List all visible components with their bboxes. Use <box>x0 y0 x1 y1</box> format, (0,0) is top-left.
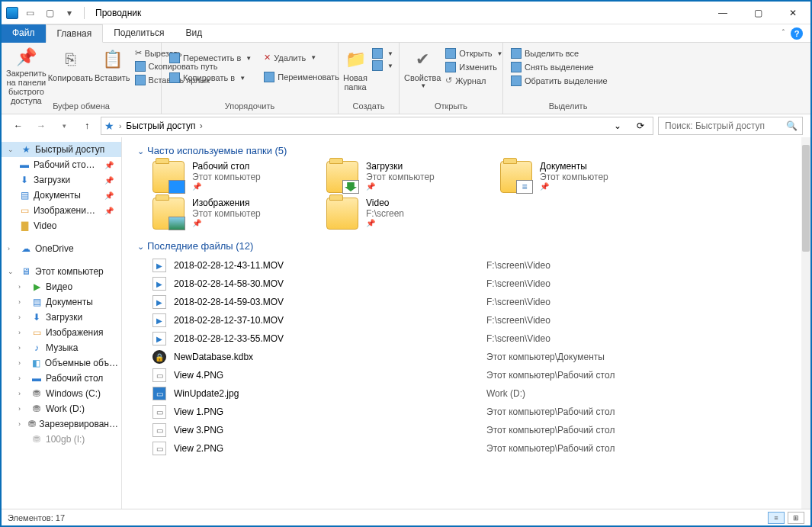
tab-file[interactable]: Файл <box>2 24 46 43</box>
paste-button[interactable]: 📋 Вставить <box>95 44 130 100</box>
file-row[interactable]: ▭ WinUpdate2.jpg Work (D:) <box>152 384 794 403</box>
file-row[interactable]: ▶ 2018-02-28-12-37-10.MOV F:\screen\Vide… <box>152 311 794 329</box>
search-icon[interactable]: 🔍 <box>786 121 798 131</box>
tree-pictures2[interactable]: ›▭Изображения <box>2 325 121 340</box>
file-row[interactable]: ▶ 2018-02-28-12-33-55.MOV F:\screen\Vide… <box>152 329 794 348</box>
ribbon-collapse-icon[interactable]: ˆ <box>782 29 785 37</box>
view-details-button[interactable]: ≡ <box>768 512 785 524</box>
file-name: 2018-02-28-12-43-11.MOV <box>174 260 479 271</box>
folder-overlay-icon <box>342 180 359 194</box>
file-row[interactable]: ▶ 2018-02-28-12-43-11.MOV F:\screen\Vide… <box>152 256 794 275</box>
folder-name: Изображения <box>192 198 261 208</box>
group-folders-header[interactable]: ⌄Часто используемые папки (5) <box>137 142 794 161</box>
invert-selection-button[interactable]: Обратить выделение <box>508 75 611 87</box>
desktop-icon: ▬ <box>30 372 43 384</box>
new-folder-button[interactable]: 📁 Новая папка <box>343 44 367 100</box>
folder-overlay-icon <box>516 180 533 194</box>
help-icon[interactable]: ? <box>791 27 803 40</box>
qa-dropdown-icon[interactable]: ▾ <box>61 5 78 21</box>
select-none-button[interactable]: Снять выделение <box>508 61 611 73</box>
forward-button[interactable]: → <box>32 117 50 135</box>
tree-downloads2[interactable]: ›⬇Загрузки <box>2 310 121 325</box>
delete-button[interactable]: ✕Удалить▼ <box>261 52 342 63</box>
folder-icon <box>500 161 532 193</box>
file-name: NewDatabase.kdbx <box>174 352 479 362</box>
tree-pictures[interactable]: ▭Изображени…📌 <box>2 203 121 218</box>
file-row[interactable]: ▶ 2018-02-28-14-58-30.MOV F:\screen\Vide… <box>152 275 794 293</box>
address-box[interactable]: ★ › Быстрый доступ ⌄ ⟳ <box>101 117 653 135</box>
group-files-header[interactable]: ⌄Последние файлы (12) <box>137 237 794 256</box>
view-icons-button[interactable]: ⊞ <box>788 512 804 524</box>
star-icon: ★ <box>20 143 32 156</box>
tab-home[interactable]: Главная <box>46 24 104 43</box>
file-path: F:\screen\Video <box>486 278 550 289</box>
minimize-button[interactable]: — <box>705 2 740 24</box>
tree-this-pc[interactable]: ⌄🖥Этот компьютер <box>2 264 121 279</box>
back-button[interactable]: ← <box>9 117 27 135</box>
tree-music[interactable]: ›♪Музыка <box>2 340 121 355</box>
invert-selection-icon <box>511 76 522 86</box>
tree-video[interactable]: ▇Video <box>2 218 121 233</box>
folder-item[interactable]: Рабочий стол Этот компьютер 📌 <box>152 161 305 193</box>
tree-drive-d[interactable]: ›⛃Work (D:) <box>2 401 121 416</box>
rename-button[interactable]: Переименовать <box>261 71 342 83</box>
pin-quick-access-button[interactable]: 📌 Закрепить на панели быстрого доступа <box>6 44 47 100</box>
qa-new-folder-icon[interactable]: ▭ <box>21 5 38 21</box>
tree-videos[interactable]: ›▶Видео <box>2 279 121 294</box>
tree-3d[interactable]: ›◧Объемные объ… <box>2 355 121 371</box>
copy-button[interactable]: ⎘ Копировать <box>48 44 93 100</box>
file-row[interactable]: ▭ View 3.PNG Этот компьютер\Рабочий стол <box>152 421 794 439</box>
folder-item[interactable]: Документы Этот компьютер 📌 <box>500 161 653 193</box>
tree-quick-access[interactable]: ⌄★Быстрый доступ <box>2 142 121 157</box>
tree-documents[interactable]: ▤Документы📌 <box>2 188 121 203</box>
tree-desktop2[interactable]: ›▬Рабочий стол <box>2 371 121 386</box>
folder-item[interactable]: Изображения Этот компьютер 📌 <box>152 198 305 230</box>
move-to-button[interactable]: Переместить в▼ <box>166 52 255 64</box>
file-icon: ▶ <box>152 332 166 345</box>
file-row[interactable]: ▭ View 4.PNG Этот компьютер\Рабочий стол <box>152 366 794 384</box>
history-button[interactable]: ↺Журнал <box>442 75 505 86</box>
tree-documents2[interactable]: ›▤Документы <box>2 294 121 310</box>
copy-to-button[interactable]: Копировать в▼ <box>166 72 255 84</box>
tree-desktop[interactable]: ▬Рабочий сто…📌 <box>2 157 121 172</box>
folder-location: Этот компьютер <box>366 172 435 182</box>
file-name: WinUpdate2.jpg <box>174 388 479 399</box>
tab-view[interactable]: Вид <box>175 24 213 43</box>
nav-tree[interactable]: ⌄★Быстрый доступ ▬Рабочий сто…📌 ⬇Загрузк… <box>2 137 122 509</box>
close-button[interactable]: ✕ <box>775 2 810 24</box>
folder-location: Этот компьютер <box>192 172 261 182</box>
tree-onedrive[interactable]: ›☁OneDrive <box>2 241 121 256</box>
file-row[interactable]: ▭ View 2.PNG Этот компьютер\Рабочий стол <box>152 439 794 458</box>
new-item-button[interactable]: ▼ <box>369 47 396 59</box>
breadcrumb-arrow-icon[interactable]: › <box>119 122 121 130</box>
scrollbar-thumb[interactable] <box>802 145 810 252</box>
file-row[interactable]: ▶ 2018-02-28-14-59-03.MOV F:\screen\Vide… <box>152 293 794 311</box>
file-row[interactable]: 🔒 NewDatabase.kdbx Этот компьютер\Докуме… <box>152 348 794 366</box>
search-box[interactable]: 🔍 <box>658 117 803 135</box>
edit-icon <box>445 62 456 72</box>
open-button[interactable]: Открыть▼ <box>442 47 505 59</box>
edit-button[interactable]: Изменить <box>442 61 505 73</box>
maximize-button[interactable]: ▢ <box>740 2 775 24</box>
vertical-scrollbar[interactable] <box>801 137 810 509</box>
address-dropdown-icon[interactable]: ⌄ <box>608 121 627 131</box>
search-input[interactable] <box>663 120 786 132</box>
tree-downloads[interactable]: ⬇Загрузки📌 <box>2 172 121 188</box>
folder-item[interactable]: Video F:\screen 📌 <box>326 198 479 230</box>
tab-share[interactable]: Поделиться <box>103 24 175 43</box>
up-button[interactable]: ↑ <box>78 117 96 135</box>
file-name: 2018-02-28-12-37-10.MOV <box>174 315 479 326</box>
qa-properties-icon[interactable]: ▢ <box>41 5 58 21</box>
file-row[interactable]: ▭ View 1.PNG Этот компьютер\Рабочий стол <box>152 403 794 421</box>
recent-button[interactable]: ▾ <box>55 117 73 135</box>
breadcrumb[interactable]: Быстрый доступ <box>126 121 202 131</box>
tree-drive-100gb[interactable]: ⛃100gb (I:) <box>2 432 121 447</box>
rename-icon <box>264 72 274 82</box>
tree-drive-backup[interactable]: ›⛃Зарезервирован… <box>2 416 121 432</box>
tree-drive-c[interactable]: ›⛃Windows (C:) <box>2 386 121 401</box>
select-all-button[interactable]: Выделить все <box>508 47 611 59</box>
easy-access-button[interactable]: ▼ <box>369 59 396 72</box>
folder-item[interactable]: Загрузки Этот компьютер 📌 <box>326 161 479 193</box>
refresh-button[interactable]: ⟳ <box>631 121 650 131</box>
properties-button[interactable]: ✔ Свойства▼ <box>404 44 441 100</box>
